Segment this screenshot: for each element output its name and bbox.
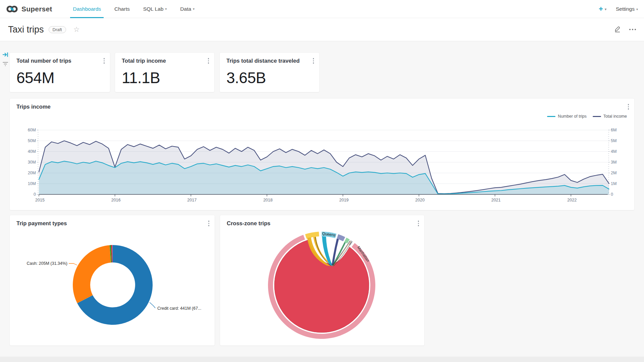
page-title: Taxi trips	[8, 24, 44, 35]
svg-text:2018: 2018	[263, 198, 273, 202]
credit-slice-label: Credit card: 441M (67...	[157, 306, 201, 311]
svg-text:60M: 60M	[28, 128, 36, 132]
kpi-value: 3.65B	[226, 69, 266, 87]
status-badge: Draft	[49, 26, 66, 33]
svg-text:5M: 5M	[611, 138, 616, 143]
top-navbar: Superset Dashboards Charts SQL Lab▾ Data…	[0, 0, 644, 18]
payment-types-chart-card: Trip payment types Cash: 205M (31.34%) C…	[10, 215, 215, 346]
card-menu-icon[interactable]	[312, 57, 316, 65]
svg-text:3M: 3M	[611, 160, 616, 165]
svg-text:4M: 4M	[611, 149, 616, 154]
donut-chart: Cash: 205M (31.34%) Credit card: 441M (6…	[10, 215, 215, 346]
cross-zone-chart-card: Cross-zone trips Queens Manhatt	[220, 215, 424, 346]
legend-number-of-trips[interactable]: Number of trips	[547, 114, 586, 119]
trips-income-chart-card: Trips income Number of trips Total incom…	[10, 99, 634, 210]
infinity-logo-icon	[5, 4, 19, 14]
nav-data[interactable]: Data▾	[173, 0, 201, 18]
chart-title: Trips income	[16, 104, 51, 110]
legend-total-income[interactable]: Total income	[593, 114, 627, 119]
superset-dashboard-page: Superset Dashboards Charts SQL Lab▾ Data…	[0, 0, 644, 362]
brand-name: Superset	[21, 5, 52, 13]
more-options-icon[interactable]	[629, 29, 636, 30]
chart-legend: Number of trips Total income	[547, 114, 627, 119]
kpi-title: Trips total distance traveled	[226, 58, 300, 64]
svg-text:2015: 2015	[35, 198, 45, 202]
cash-slice-label: Cash: 205M (31.34%)	[26, 261, 67, 266]
svg-text:2M: 2M	[611, 171, 616, 175]
card-menu-icon[interactable]	[627, 103, 631, 111]
svg-text:2020: 2020	[415, 198, 425, 202]
nav-charts[interactable]: Charts	[108, 0, 137, 18]
expand-filter-bar-icon[interactable]	[2, 51, 9, 59]
zone-arc-gray[interactable]	[348, 240, 353, 246]
new-item-button[interactable]: +▾	[599, 5, 606, 13]
svg-text:40M: 40M	[28, 149, 36, 154]
kpi-title: Total number of trips	[16, 58, 71, 64]
navbar-right: +▾ Settings▾	[599, 0, 638, 18]
svg-text:0: 0	[34, 192, 36, 197]
settings-menu[interactable]: Settings▾	[616, 6, 638, 12]
nav-sql-lab[interactable]: SQL Lab▾	[137, 0, 174, 18]
kpi-card-trip-income: Total trip income 11.1B	[115, 53, 214, 92]
header-actions	[614, 25, 636, 34]
filter-funnel-icon[interactable]	[2, 61, 9, 68]
cash-label-connector	[69, 263, 77, 265]
kpi-value: 11.1B	[122, 69, 160, 87]
svg-text:50M: 50M	[28, 138, 36, 143]
kpi-value: 654M	[16, 69, 54, 87]
kpi-card-total-trips: Total number of trips 654M	[10, 53, 110, 92]
dual-axis-area-chart: 0010M1M20M2M30M3M40M4M50M5M60M6M20152016…	[10, 123, 634, 207]
edit-dashboard-icon[interactable]	[614, 25, 621, 34]
svg-text:20M: 20M	[28, 171, 36, 175]
superset-logo[interactable]: Superset	[5, 4, 52, 14]
chevron-down-icon: ▾	[193, 7, 195, 11]
svg-text:0: 0	[611, 192, 613, 197]
svg-text:6M: 6M	[611, 128, 616, 132]
chevron-down-icon: ▾	[636, 7, 638, 11]
main-nav: Dashboards Charts SQL Lab▾ Data▾	[66, 0, 201, 18]
kpi-title: Total trip income	[122, 58, 166, 64]
card-menu-icon[interactable]	[207, 57, 211, 65]
chevron-down-icon: ▾	[165, 7, 167, 11]
svg-text:2019: 2019	[339, 198, 348, 202]
card-menu-icon[interactable]	[102, 57, 106, 65]
favorite-star-icon[interactable]: ☆	[73, 25, 80, 34]
chevron-down-icon: ▾	[605, 7, 606, 11]
zone-arc-yellow[interactable]	[305, 232, 319, 239]
chord-diagram: Queens Manhattan	[220, 215, 424, 346]
svg-text:2022: 2022	[567, 198, 577, 202]
kpi-card-distance: Trips total distance traveled 3.65B	[220, 53, 319, 92]
credit-label-connector	[150, 302, 155, 308]
svg-text:10M: 10M	[28, 181, 36, 186]
svg-text:2016: 2016	[111, 198, 121, 202]
svg-text:2021: 2021	[491, 198, 501, 202]
dashboard-header: Taxi trips Draft ☆	[0, 18, 644, 41]
svg-text:2017: 2017	[187, 198, 197, 202]
bottom-strip	[0, 357, 644, 362]
svg-text:1M: 1M	[611, 181, 616, 186]
nav-dashboards[interactable]: Dashboards	[66, 0, 108, 18]
svg-text:30M: 30M	[28, 160, 36, 165]
